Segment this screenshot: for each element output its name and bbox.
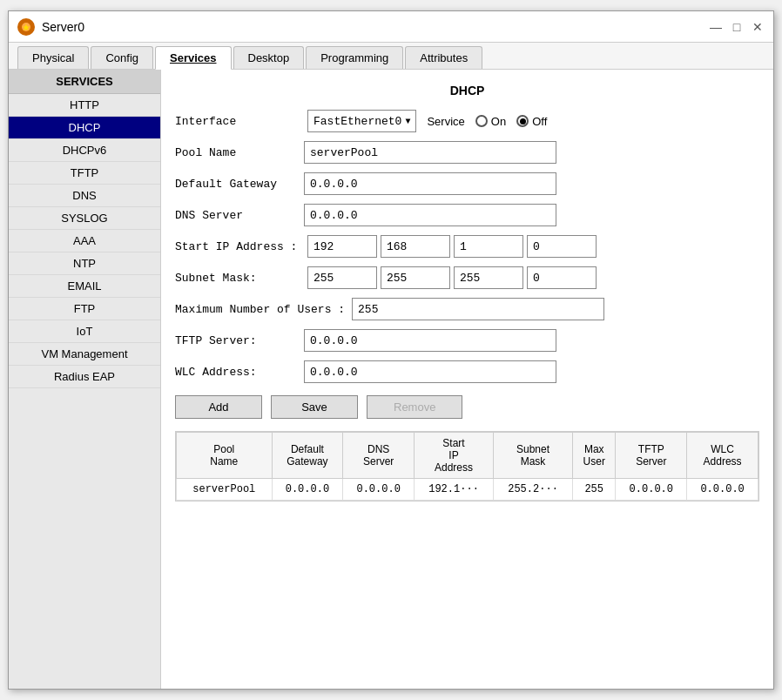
main-window: Server0 — □ ✕ Physical Config Services D…	[8, 10, 774, 690]
sidebar-scroll: HTTP DHCP DHCPv6 TFTP DNS SYSLOG AAA NTP…	[9, 94, 160, 388]
sidebar-item-dhcpv6[interactable]: DHCPv6	[9, 139, 160, 162]
tab-config[interactable]: Config	[91, 46, 153, 69]
add-button[interactable]: Add	[175, 395, 262, 419]
remove-button[interactable]: Remove	[367, 395, 462, 419]
max-users-input[interactable]	[352, 298, 604, 320]
buttons-row: Add Save Remove	[175, 395, 759, 419]
cell-pool-name: serverPool	[177, 479, 273, 501]
tftp-server-row: TFTP Server:	[175, 329, 759, 352]
close-button[interactable]: ✕	[751, 20, 765, 34]
subnet-mask-label: Subnet Mask:	[175, 272, 304, 285]
dhcp-table-container: PoolName DefaultGateway DNSServer StartI…	[175, 431, 759, 501]
sidebar-item-iot[interactable]: IoT	[9, 320, 160, 343]
radio-off-outer	[516, 115, 529, 127]
start-ip-row: Start IP Address :	[175, 235, 759, 258]
sidebar-item-aaa[interactable]: AAA	[9, 230, 160, 252]
maximize-button[interactable]: □	[730, 20, 744, 34]
tab-programming[interactable]: Programming	[306, 46, 403, 69]
service-label: Service	[427, 115, 464, 128]
start-ip-2[interactable]	[381, 235, 450, 258]
service-off-label: Off	[532, 115, 547, 128]
window-controls: — □ ✕	[709, 20, 765, 34]
col-default-gateway: DefaultGateway	[272, 433, 343, 479]
dns-server-row: DNS Server	[175, 204, 759, 226]
col-subnet-mask: SubnetMask	[494, 433, 573, 479]
window-title: Server0	[42, 20, 84, 34]
service-off-radio[interactable]: Off	[516, 115, 547, 128]
minimize-button[interactable]: —	[709, 20, 723, 34]
default-gateway-input[interactable]	[304, 172, 556, 195]
sidebar-item-ftp[interactable]: FTP	[9, 298, 160, 320]
table-row[interactable]: serverPool 0.0.0.0 0.0.0.0 192.1··· 255.…	[177, 479, 758, 501]
sidebar-item-vm-management[interactable]: VM Management	[9, 343, 160, 366]
tab-physical[interactable]: Physical	[17, 46, 89, 69]
default-gateway-row: Default Gateway	[175, 172, 759, 195]
pool-name-input[interactable]	[304, 141, 556, 164]
sidebar-item-email[interactable]: EMAIL	[9, 275, 160, 298]
interface-label: Interface	[175, 115, 297, 128]
wlc-address-input[interactable]	[304, 360, 556, 383]
sidebar-item-ntp[interactable]: NTP	[9, 252, 160, 275]
cell-max-users: 255	[573, 479, 616, 501]
start-ip-label: Start IP Address :	[175, 240, 304, 253]
section-title: DHCP	[175, 84, 759, 98]
col-pool-name: PoolName	[177, 433, 273, 479]
col-dns-server: DNSServer	[343, 433, 415, 479]
col-wlc-address: WLCAddress	[687, 433, 758, 479]
service-on-radio[interactable]: On	[475, 115, 506, 128]
subnet-mask-3[interactable]	[454, 266, 523, 289]
wlc-address-row: WLC Address:	[175, 360, 759, 383]
tftp-server-label: TFTP Server:	[175, 334, 297, 347]
app-icon	[17, 18, 35, 36]
cell-subnet-mask: 255.2···	[494, 479, 573, 501]
sidebar: SERVICES HTTP DHCP DHCPv6 TFTP DNS SYSLO…	[9, 70, 161, 689]
sidebar-item-radius-eap[interactable]: Radius EAP	[9, 366, 160, 388]
col-tftp-server: TFTPServer	[616, 433, 687, 479]
wlc-address-label: WLC Address:	[175, 366, 297, 379]
start-ip-3[interactable]	[454, 235, 523, 258]
tab-desktop[interactable]: Desktop	[233, 46, 305, 69]
tab-services[interactable]: Services	[155, 46, 232, 70]
start-ip-1[interactable]	[307, 235, 377, 258]
interface-value: FastEthernet0	[313, 115, 401, 128]
sidebar-header: SERVICES	[9, 70, 160, 94]
radio-off-inner	[520, 118, 526, 125]
start-ip-4[interactable]	[527, 235, 597, 258]
sidebar-item-syslog[interactable]: SYSLOG	[9, 207, 160, 230]
main-area: SERVICES HTTP DHCP DHCPv6 TFTP DNS SYSLO…	[9, 70, 773, 689]
title-bar: Server0 — □ ✕	[9, 11, 773, 43]
save-button[interactable]: Save	[271, 395, 358, 419]
pool-name-label: Pool Name	[175, 146, 297, 159]
cell-wlc-address: 0.0.0.0	[687, 479, 758, 501]
sidebar-item-tftp[interactable]: TFTP	[9, 162, 160, 185]
max-users-row: Maximum Number of Users :	[175, 298, 759, 320]
pool-name-row: Pool Name	[175, 141, 759, 164]
dns-server-input[interactable]	[304, 204, 556, 226]
cell-tftp-server: 0.0.0.0	[616, 479, 687, 501]
cell-default-gateway: 0.0.0.0	[272, 479, 343, 501]
cell-dns-server: 0.0.0.0	[343, 479, 415, 501]
dhcp-table: PoolName DefaultGateway DNSServer StartI…	[176, 432, 758, 501]
interface-dropdown[interactable]: FastEthernet0 ▼	[307, 110, 416, 132]
sidebar-item-dns[interactable]: DNS	[9, 185, 160, 207]
tftp-server-input[interactable]	[304, 329, 556, 352]
interface-row: Interface FastEthernet0 ▼ Service On	[175, 110, 759, 132]
max-users-label: Maximum Number of Users :	[175, 303, 345, 316]
col-max-users: MaxUser	[573, 433, 616, 479]
default-gateway-label: Default Gateway	[175, 178, 297, 191]
radio-on-outer	[475, 115, 488, 127]
subnet-mask-4[interactable]	[527, 266, 597, 289]
dns-server-label: DNS Server	[175, 209, 297, 222]
subnet-mask-row: Subnet Mask:	[175, 266, 759, 289]
service-group: Service On Off	[427, 115, 547, 128]
col-start-ip: StartIPAddress	[415, 433, 494, 479]
tab-attributes[interactable]: Attributes	[405, 46, 482, 69]
tabs-bar: Physical Config Services Desktop Program…	[9, 43, 773, 70]
subnet-mask-1[interactable]	[307, 266, 377, 289]
content-area: DHCP Interface FastEthernet0 ▼ Service O…	[161, 70, 773, 689]
sidebar-item-dhcp[interactable]: DHCP	[9, 117, 160, 139]
sidebar-item-http[interactable]: HTTP	[9, 94, 160, 117]
cell-start-ip: 192.1···	[415, 479, 494, 501]
title-left: Server0	[17, 18, 84, 36]
subnet-mask-2[interactable]	[381, 266, 450, 289]
